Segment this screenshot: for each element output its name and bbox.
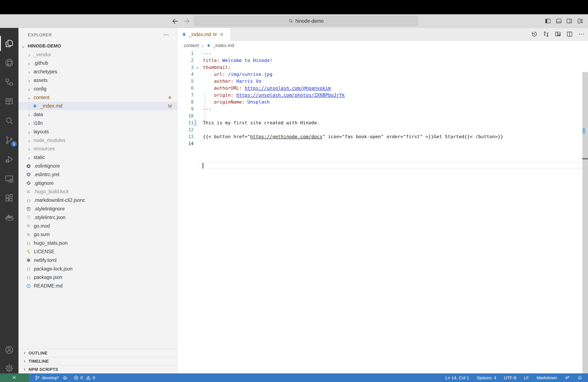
tree-item-content[interactable]: content (19, 93, 177, 102)
history-icon[interactable] (531, 31, 538, 38)
code-line-14[interactable]: 14 (177, 140, 588, 147)
activity-extensions[interactable] (0, 188, 19, 208)
problems-status[interactable]: 0 0 (74, 375, 95, 380)
tree-item-layouts[interactable]: layouts (19, 127, 177, 136)
tree-item-data[interactable]: data (19, 110, 177, 119)
activity-docs[interactable] (0, 92, 19, 111)
tree-item-go-mod[interactable]: go.mod (19, 222, 177, 230)
activity-run-debug[interactable] (0, 150, 19, 169)
more-actions-icon[interactable] (578, 31, 585, 38)
activity-accounts[interactable] (0, 340, 19, 360)
activity-search[interactable] (0, 111, 19, 130)
code-line-10[interactable]: 10 (177, 112, 588, 119)
code-line-8[interactable]: 8 originName: Unsplash (177, 99, 588, 106)
tree-item-package-lock-json[interactable]: {}package-lock.json (19, 265, 177, 273)
activity-github[interactable] (0, 53, 19, 72)
activity-remote-explorer[interactable] (0, 169, 19, 188)
tree-item--vendor[interactable]: _vendor (19, 50, 177, 59)
indentation[interactable]: Spaces: 4 (477, 375, 496, 380)
code-line-11[interactable]: 11This is my first site created with Hin… (177, 119, 588, 126)
fold-chevron-icon[interactable] (195, 65, 199, 69)
tree-item--index-md[interactable]: _index.mdM (19, 102, 177, 110)
layout-sidebar-right-icon[interactable] (566, 18, 572, 24)
layout-panel-icon[interactable] (556, 18, 562, 24)
forward-arrow-icon[interactable] (183, 17, 191, 25)
tree-structure-icon (4, 77, 14, 87)
tree-item-label: .stylelintignore (34, 206, 65, 212)
tree-item-hugo-stats-json[interactable]: {}hugo_stats.json (19, 239, 177, 247)
tree-item--hugo-build-lock[interactable]: .hugo_build.lock (19, 188, 177, 196)
braces-icon: {} (26, 266, 31, 271)
tree-item-resources[interactable]: resources (19, 145, 177, 153)
git-modified-gutter (194, 120, 196, 126)
layout-sidebar-left-icon[interactable] (545, 18, 551, 24)
chevron-right-icon (27, 130, 31, 134)
tree-item-archetypes[interactable]: archetypes (19, 67, 177, 76)
split-editor-icon[interactable] (566, 31, 573, 38)
tree-item-assets[interactable]: assets (19, 76, 177, 85)
tree-item--eslintignore[interactable]: .eslintignore (19, 162, 177, 170)
code-line-12[interactable]: 12 (177, 126, 588, 133)
line-number: 7 (177, 93, 194, 98)
code-line-13[interactable]: 13{{< button href="https://gethinode.com… (177, 133, 588, 140)
tree-item-package-json[interactable]: {}package.json (19, 273, 177, 282)
chevron-down-icon (27, 96, 31, 99)
tree-item--github[interactable]: .github (19, 59, 177, 68)
breadcrumb-folder[interactable]: content (184, 43, 199, 48)
code-line-7[interactable]: 7 origin: https://unsplash.com/photos/ZX… (177, 92, 588, 99)
open-preview-icon[interactable] (555, 31, 561, 38)
code-line-9[interactable]: 9--- (177, 106, 588, 112)
bell-icon[interactable] (577, 375, 583, 380)
tree-item-static[interactable]: static (19, 153, 177, 162)
language-mode[interactable]: Markdown (537, 375, 557, 380)
tree-item-go-sum[interactable]: go.sum (19, 230, 177, 239)
tree-item-readme-md[interactable]: README.md (19, 282, 177, 290)
activity-explorer[interactable] (0, 34, 19, 53)
section-npm-scripts[interactable]: NPM SCRIPTS (19, 365, 177, 373)
code-line-5[interactable]: 5 author: Harris Vo (177, 78, 588, 85)
section-timeline[interactable]: TIMELINE (19, 357, 177, 365)
code-line-1[interactable]: 1--- (177, 50, 588, 57)
cursor-position[interactable]: Ln 14, Col 1 (445, 375, 469, 380)
debug-icon (4, 155, 14, 164)
section-outline[interactable]: OUTLINE (19, 349, 177, 357)
ellipsis-icon[interactable] (163, 32, 169, 38)
tree-root-hinode-demo[interactable]: HINODE-DEMO (19, 42, 177, 50)
chevron-right-icon (201, 44, 204, 47)
branch-status[interactable]: develop* (35, 375, 68, 380)
feedback-icon[interactable] (565, 375, 570, 380)
code-line-4[interactable]: 4 url: /img/sunrise.jpg (177, 71, 588, 78)
tree-item-netlify-toml[interactable]: netlify.toml (19, 256, 177, 265)
close-icon[interactable] (219, 32, 224, 37)
book-icon (4, 97, 14, 106)
activity-source-control[interactable]: 1 (0, 130, 19, 150)
open-changes-icon[interactable] (543, 31, 549, 38)
editor-scrollbar[interactable] (582, 72, 588, 373)
code-line-2[interactable]: 2title: Welcome to Hinode! (177, 57, 588, 64)
tree-item-node-modules[interactable]: node_modules (19, 136, 177, 145)
code-line-6[interactable]: 6 authorURL: https://unsplash.com/@hoanv… (177, 85, 588, 92)
tree-item--stylelintignore[interactable]: .stylelintignore (19, 205, 177, 213)
tab-index-md[interactable]: _index.md M (177, 28, 230, 41)
command-center-search[interactable]: hinode-demo (194, 16, 418, 26)
tree-item--gitignore[interactable]: .gitignore (19, 179, 177, 188)
line-text: authorURL: https://unsplash.com/@hoanvok… (203, 85, 331, 91)
encoding[interactable]: UTF-8 (504, 375, 516, 380)
tree-item-label: _index.md (40, 103, 62, 109)
tree-item--stylelintrc-json[interactable]: .stylelintrc.json (19, 213, 177, 222)
remote-indicator[interactable] (0, 373, 29, 382)
tree-item--eslintrc-yml[interactable]: .eslintrc.yml (19, 170, 177, 179)
layout-customize-icon[interactable] (577, 18, 583, 24)
activity-docker[interactable] (0, 208, 19, 227)
tree-item-i18n[interactable]: i18n (19, 119, 177, 127)
code-line-3[interactable]: 3thumbnail: (177, 64, 588, 71)
scm-badge: 1 (11, 141, 17, 147)
breadcrumb-file[interactable]: _index.md (213, 43, 234, 48)
tree-item--markdownlint-cli2-jsonc[interactable]: {}.markdownlint-cli2.jsonc (19, 196, 177, 205)
activity-project-structure[interactable] (0, 72, 19, 92)
tree-item-license[interactable]: LICENSE (19, 247, 177, 256)
eol[interactable]: LF (524, 375, 529, 380)
code-area[interactable]: 1---2title: Welcome to Hinode!3thumbnail… (177, 50, 588, 373)
tree-item-config[interactable]: config (19, 85, 177, 93)
back-arrow-icon[interactable] (171, 17, 179, 25)
